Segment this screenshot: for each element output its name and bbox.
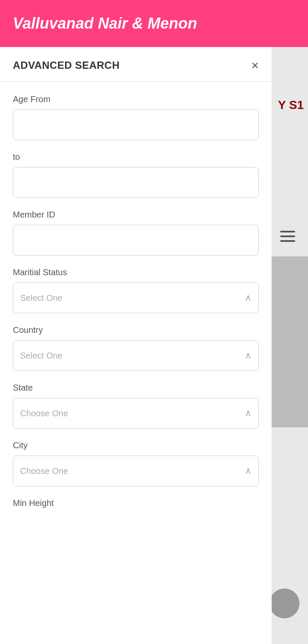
city-chevron-icon: ∧ (245, 465, 252, 476)
marital-status-group: Maritial Status Select One ∧ (13, 268, 259, 313)
state-value: Choose One (20, 409, 68, 418)
country-chevron-icon: ∧ (245, 350, 252, 361)
modal-header: ADVANCED SEARCH × (0, 47, 272, 82)
state-chevron-icon: ∧ (245, 408, 252, 419)
advanced-search-modal: ADVANCED SEARCH × Age From to Member ID … (0, 47, 272, 644)
member-id-label: Member ID (13, 210, 259, 220)
marital-status-label: Maritial Status (13, 268, 259, 277)
marital-status-chevron-icon: ∧ (245, 292, 252, 303)
age-from-input[interactable] (13, 109, 259, 140)
age-to-input[interactable] (13, 167, 259, 198)
modal-title: ADVANCED SEARCH (13, 59, 120, 71)
city-value: Choose One (20, 466, 68, 476)
marital-status-select[interactable]: Select One ∧ (13, 282, 259, 313)
country-label: Country (13, 325, 259, 335)
age-from-label: Age From (13, 94, 259, 104)
country-value: Select One (20, 351, 62, 361)
header-bar: Valluvanad Nair & Menon (0, 0, 308, 47)
age-from-group: Age From (13, 94, 259, 140)
avatar (270, 588, 299, 618)
age-to-label: to (13, 152, 259, 162)
hamburger-icon (280, 231, 295, 242)
min-height-label: Min Height (13, 498, 259, 508)
city-select[interactable]: Choose One ∧ (13, 456, 259, 486)
state-select[interactable]: Choose One ∧ (13, 398, 259, 429)
app-title: Valluvanad Nair & Menon (13, 15, 197, 32)
min-height-group: Min Height (13, 498, 259, 508)
member-id-input[interactable] (13, 225, 259, 256)
member-id-group: Member ID (13, 210, 259, 256)
close-button[interactable]: × (251, 59, 259, 72)
marital-status-value: Select One (20, 293, 62, 303)
state-label: State (13, 383, 259, 393)
country-group: Country Select One ∧ (13, 325, 259, 371)
country-select[interactable]: Select One ∧ (13, 340, 259, 371)
state-group: State Choose One ∧ (13, 383, 259, 429)
age-to-group: to (13, 152, 259, 198)
city-group: City Choose One ∧ (13, 441, 259, 486)
modal-body: Age From to Member ID Maritial Status Se… (0, 82, 272, 508)
city-label: City (13, 441, 259, 450)
bg-text: Y S1 (278, 98, 304, 112)
